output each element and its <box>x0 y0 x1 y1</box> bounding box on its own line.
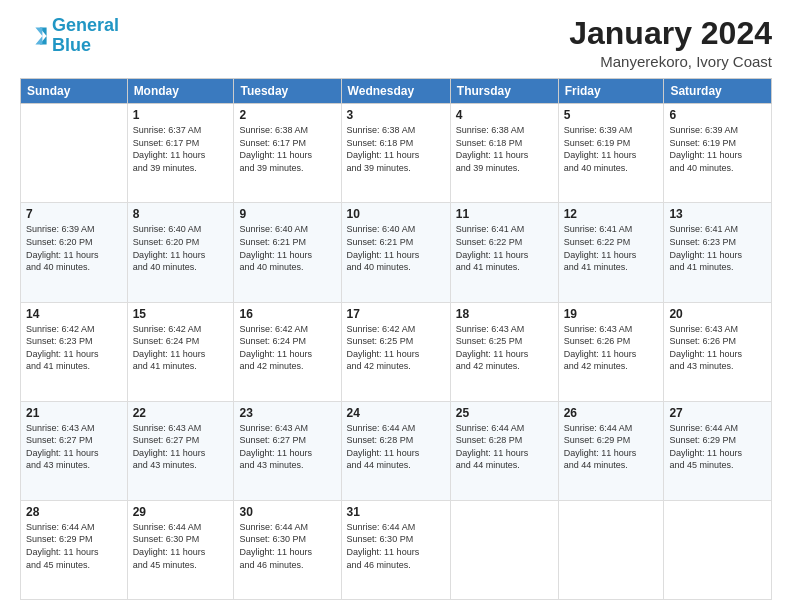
table-cell: 26Sunrise: 6:44 AM Sunset: 6:29 PM Dayli… <box>558 401 664 500</box>
day-number: 6 <box>669 108 766 122</box>
table-cell: 18Sunrise: 6:43 AM Sunset: 6:25 PM Dayli… <box>450 302 558 401</box>
cell-info: Sunrise: 6:41 AM Sunset: 6:22 PM Dayligh… <box>564 223 659 273</box>
day-number: 23 <box>239 406 335 420</box>
table-cell: 15Sunrise: 6:42 AM Sunset: 6:24 PM Dayli… <box>127 302 234 401</box>
table-cell: 4Sunrise: 6:38 AM Sunset: 6:18 PM Daylig… <box>450 104 558 203</box>
cell-info: Sunrise: 6:44 AM Sunset: 6:29 PM Dayligh… <box>564 422 659 472</box>
cell-info: Sunrise: 6:43 AM Sunset: 6:27 PM Dayligh… <box>26 422 122 472</box>
cell-info: Sunrise: 6:42 AM Sunset: 6:23 PM Dayligh… <box>26 323 122 373</box>
day-number: 26 <box>564 406 659 420</box>
day-number: 17 <box>347 307 445 321</box>
day-number: 25 <box>456 406 553 420</box>
week-row-3: 14Sunrise: 6:42 AM Sunset: 6:23 PM Dayli… <box>21 302 772 401</box>
day-number: 14 <box>26 307 122 321</box>
title-block: January 2024 Manyerekoro, Ivory Coast <box>569 16 772 70</box>
cell-info: Sunrise: 6:44 AM Sunset: 6:30 PM Dayligh… <box>239 521 335 571</box>
table-cell: 10Sunrise: 6:40 AM Sunset: 6:21 PM Dayli… <box>341 203 450 302</box>
week-row-5: 28Sunrise: 6:44 AM Sunset: 6:29 PM Dayli… <box>21 500 772 599</box>
cell-info: Sunrise: 6:40 AM Sunset: 6:21 PM Dayligh… <box>347 223 445 273</box>
logo-line2: Blue <box>52 35 91 55</box>
svg-marker-1 <box>35 27 42 44</box>
day-number: 28 <box>26 505 122 519</box>
day-number: 27 <box>669 406 766 420</box>
cell-info: Sunrise: 6:43 AM Sunset: 6:27 PM Dayligh… <box>239 422 335 472</box>
table-cell: 12Sunrise: 6:41 AM Sunset: 6:22 PM Dayli… <box>558 203 664 302</box>
table-cell: 30Sunrise: 6:44 AM Sunset: 6:30 PM Dayli… <box>234 500 341 599</box>
table-cell: 8Sunrise: 6:40 AM Sunset: 6:20 PM Daylig… <box>127 203 234 302</box>
table-cell: 3Sunrise: 6:38 AM Sunset: 6:18 PM Daylig… <box>341 104 450 203</box>
table-cell: 17Sunrise: 6:42 AM Sunset: 6:25 PM Dayli… <box>341 302 450 401</box>
month-title: January 2024 <box>569 16 772 51</box>
cell-info: Sunrise: 6:39 AM Sunset: 6:19 PM Dayligh… <box>564 124 659 174</box>
day-number: 2 <box>239 108 335 122</box>
location-subtitle: Manyerekoro, Ivory Coast <box>569 53 772 70</box>
table-cell: 6Sunrise: 6:39 AM Sunset: 6:19 PM Daylig… <box>664 104 772 203</box>
cell-info: Sunrise: 6:42 AM Sunset: 6:24 PM Dayligh… <box>239 323 335 373</box>
table-cell: 7Sunrise: 6:39 AM Sunset: 6:20 PM Daylig… <box>21 203 128 302</box>
cell-info: Sunrise: 6:41 AM Sunset: 6:23 PM Dayligh… <box>669 223 766 273</box>
table-cell: 31Sunrise: 6:44 AM Sunset: 6:30 PM Dayli… <box>341 500 450 599</box>
logo-icon <box>20 22 48 50</box>
day-number: 9 <box>239 207 335 221</box>
cell-info: Sunrise: 6:44 AM Sunset: 6:28 PM Dayligh… <box>347 422 445 472</box>
logo: General Blue <box>20 16 119 56</box>
table-cell: 25Sunrise: 6:44 AM Sunset: 6:28 PM Dayli… <box>450 401 558 500</box>
cell-info: Sunrise: 6:44 AM Sunset: 6:30 PM Dayligh… <box>133 521 229 571</box>
cell-info: Sunrise: 6:44 AM Sunset: 6:28 PM Dayligh… <box>456 422 553 472</box>
col-tuesday: Tuesday <box>234 79 341 104</box>
table-cell: 9Sunrise: 6:40 AM Sunset: 6:21 PM Daylig… <box>234 203 341 302</box>
table-cell: 24Sunrise: 6:44 AM Sunset: 6:28 PM Dayli… <box>341 401 450 500</box>
header-row: Sunday Monday Tuesday Wednesday Thursday… <box>21 79 772 104</box>
page: General Blue January 2024 Manyerekoro, I… <box>0 0 792 612</box>
day-number: 7 <box>26 207 122 221</box>
cell-info: Sunrise: 6:43 AM Sunset: 6:27 PM Dayligh… <box>133 422 229 472</box>
day-number: 11 <box>456 207 553 221</box>
table-cell: 20Sunrise: 6:43 AM Sunset: 6:26 PM Dayli… <box>664 302 772 401</box>
table-cell: 5Sunrise: 6:39 AM Sunset: 6:19 PM Daylig… <box>558 104 664 203</box>
table-cell: 14Sunrise: 6:42 AM Sunset: 6:23 PM Dayli… <box>21 302 128 401</box>
cell-info: Sunrise: 6:38 AM Sunset: 6:18 PM Dayligh… <box>456 124 553 174</box>
col-monday: Monday <box>127 79 234 104</box>
cell-info: Sunrise: 6:44 AM Sunset: 6:29 PM Dayligh… <box>669 422 766 472</box>
day-number: 20 <box>669 307 766 321</box>
week-row-1: 1Sunrise: 6:37 AM Sunset: 6:17 PM Daylig… <box>21 104 772 203</box>
week-row-2: 7Sunrise: 6:39 AM Sunset: 6:20 PM Daylig… <box>21 203 772 302</box>
table-cell: 21Sunrise: 6:43 AM Sunset: 6:27 PM Dayli… <box>21 401 128 500</box>
day-number: 24 <box>347 406 445 420</box>
logo-text: General Blue <box>52 16 119 56</box>
col-friday: Friday <box>558 79 664 104</box>
table-cell <box>664 500 772 599</box>
day-number: 13 <box>669 207 766 221</box>
table-cell: 28Sunrise: 6:44 AM Sunset: 6:29 PM Dayli… <box>21 500 128 599</box>
table-cell <box>450 500 558 599</box>
day-number: 31 <box>347 505 445 519</box>
day-number: 8 <box>133 207 229 221</box>
day-number: 18 <box>456 307 553 321</box>
cell-info: Sunrise: 6:37 AM Sunset: 6:17 PM Dayligh… <box>133 124 229 174</box>
day-number: 19 <box>564 307 659 321</box>
cell-info: Sunrise: 6:44 AM Sunset: 6:29 PM Dayligh… <box>26 521 122 571</box>
cell-info: Sunrise: 6:41 AM Sunset: 6:22 PM Dayligh… <box>456 223 553 273</box>
day-number: 21 <box>26 406 122 420</box>
table-cell <box>558 500 664 599</box>
week-row-4: 21Sunrise: 6:43 AM Sunset: 6:27 PM Dayli… <box>21 401 772 500</box>
day-number: 16 <box>239 307 335 321</box>
day-number: 4 <box>456 108 553 122</box>
cell-info: Sunrise: 6:39 AM Sunset: 6:19 PM Dayligh… <box>669 124 766 174</box>
cell-info: Sunrise: 6:43 AM Sunset: 6:25 PM Dayligh… <box>456 323 553 373</box>
cell-info: Sunrise: 6:42 AM Sunset: 6:25 PM Dayligh… <box>347 323 445 373</box>
table-cell: 2Sunrise: 6:38 AM Sunset: 6:17 PM Daylig… <box>234 104 341 203</box>
day-number: 29 <box>133 505 229 519</box>
col-thursday: Thursday <box>450 79 558 104</box>
cell-info: Sunrise: 6:43 AM Sunset: 6:26 PM Dayligh… <box>564 323 659 373</box>
table-cell <box>21 104 128 203</box>
day-number: 30 <box>239 505 335 519</box>
table-cell: 29Sunrise: 6:44 AM Sunset: 6:30 PM Dayli… <box>127 500 234 599</box>
col-sunday: Sunday <box>21 79 128 104</box>
cell-info: Sunrise: 6:43 AM Sunset: 6:26 PM Dayligh… <box>669 323 766 373</box>
cell-info: Sunrise: 6:40 AM Sunset: 6:21 PM Dayligh… <box>239 223 335 273</box>
logo-line1: General <box>52 15 119 35</box>
day-number: 15 <box>133 307 229 321</box>
day-number: 5 <box>564 108 659 122</box>
cell-info: Sunrise: 6:40 AM Sunset: 6:20 PM Dayligh… <box>133 223 229 273</box>
